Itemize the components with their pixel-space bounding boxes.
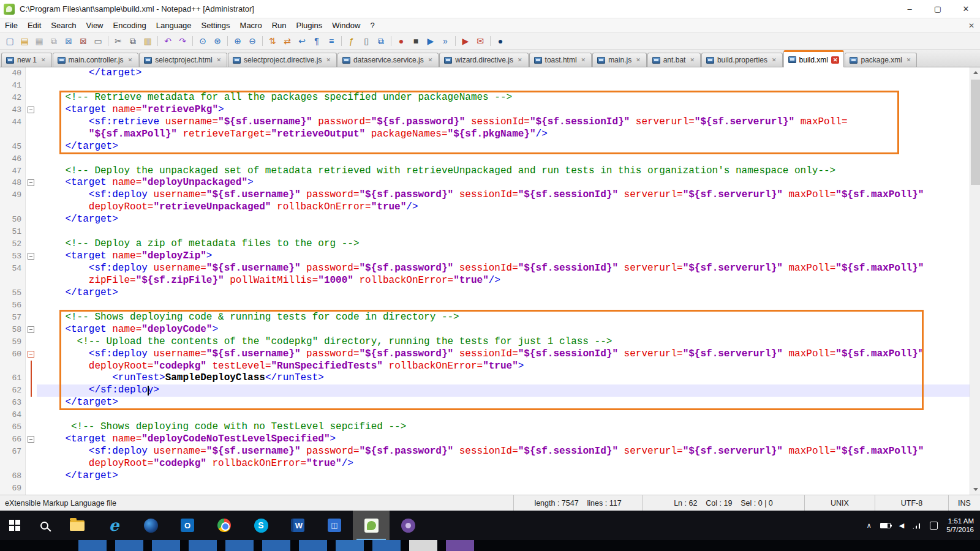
find-icon[interactable]: ⊙ xyxy=(196,34,209,48)
tab-selectproject-directive-js[interactable]: selectproject.directive.js✕ xyxy=(228,53,337,67)
tab-build-properties[interactable]: build.properties✕ xyxy=(701,53,783,67)
status-encoding[interactable]: UTF-8 xyxy=(875,495,948,511)
print-icon[interactable]: ▭ xyxy=(91,34,105,48)
menu-run[interactable]: Run xyxy=(267,18,292,32)
menu-edit[interactable]: Edit xyxy=(23,18,46,32)
code-line[interactable]: </target> xyxy=(37,287,980,299)
code-line[interactable] xyxy=(37,153,980,165)
tab-toast-html[interactable]: toast.html✕ xyxy=(529,53,592,67)
skype-icon[interactable]: S xyxy=(243,511,279,540)
taskbar-clock[interactable]: 1:51 AM 5/7/2016 xyxy=(946,517,974,534)
app-blue-icon[interactable]: ◫ xyxy=(316,511,353,540)
code-row-68[interactable]: 68 </target> xyxy=(0,470,980,482)
code-row-41[interactable]: 41 xyxy=(0,80,980,92)
code-row[interactable]: deployRoot="retrieveUnpackaged" rollback… xyxy=(0,201,980,214)
sync-vertical-scroll-icon[interactable]: ⇅ xyxy=(266,34,279,48)
code-line[interactable]: <target name="deployCode"> xyxy=(37,324,980,336)
function-list-icon[interactable]: ƒ xyxy=(345,34,358,48)
copy-icon[interactable]: ⧉ xyxy=(126,34,140,48)
code-line[interactable]: </target> xyxy=(37,141,980,153)
code-line[interactable]: <runTest>SampleDeployClass</runTest> xyxy=(37,372,980,384)
close-all-icon[interactable]: ⊠ xyxy=(77,34,90,48)
code-editor[interactable]: 40 </target>4142 <!-- Retrieve metadata … xyxy=(0,67,980,495)
code-row[interactable]: zipFile="${sf.zipFile}" pollWaitMillis="… xyxy=(0,275,980,287)
replace-icon[interactable]: ⊛ xyxy=(211,34,224,48)
save-icon[interactable]: ▦ xyxy=(32,34,46,48)
app-purple-icon[interactable] xyxy=(390,511,426,540)
code-row-53[interactable]: 53 <target name="deployZip"> xyxy=(0,250,980,263)
code-row-43[interactable]: 43 <target name="retrievePkg"> xyxy=(0,104,980,116)
new-file-icon[interactable]: ▢ xyxy=(3,34,17,48)
hidden-icons-chevron-icon[interactable]: ∧ xyxy=(867,522,872,530)
code-row-69[interactable]: 69 xyxy=(0,482,980,495)
code-line[interactable]: deployRoot="retrieveUnpackaged" rollback… xyxy=(37,201,980,214)
code-row-45[interactable]: 45 </target> xyxy=(0,141,980,153)
code-row-51[interactable]: 51 xyxy=(0,226,980,238)
menu-encoding[interactable]: Encoding xyxy=(108,18,151,32)
code-row-52[interactable]: 52 <!-- Deploy a zip of metadata files t… xyxy=(0,238,980,250)
code-row-60[interactable]: 60 <sf:deploy username="${sf.username}" … xyxy=(0,348,980,361)
menu-language[interactable]: Language xyxy=(151,18,197,32)
tab-wizard-directive-js[interactable]: wizard.directive.js✕ xyxy=(439,53,528,67)
action-center-icon[interactable] xyxy=(930,522,938,530)
close-tab-icon[interactable]: ✕ xyxy=(40,56,47,64)
code-line[interactable] xyxy=(37,409,980,421)
show-all-characters-icon[interactable]: ¶ xyxy=(310,34,323,48)
indent-guide-icon[interactable]: ≡ xyxy=(325,34,338,48)
code-row-65[interactable]: 65 <!-- Shows deploying code with no Tes… xyxy=(0,421,980,433)
minimize-button[interactable]: – xyxy=(895,0,924,18)
tab-dataservice-service-js[interactable]: dataservice.service.js✕ xyxy=(337,53,439,67)
close-tab-icon[interactable]: ✕ xyxy=(216,56,223,64)
code-row-47[interactable]: 47 <!-- Deploy the unpackaged set of met… xyxy=(0,165,980,178)
code-row-50[interactable]: 50 </target> xyxy=(0,214,980,226)
code-row-66[interactable]: 66 <target name="deployCodeNoTestLevelSp… xyxy=(0,433,980,446)
code-line[interactable]: <!-- Shows deploying code with no TestLe… xyxy=(37,421,980,433)
word-icon[interactable]: W xyxy=(279,511,316,540)
file-explorer-icon[interactable] xyxy=(59,511,96,540)
code-line[interactable]: <sf:deploy username="${sf.username}" pas… xyxy=(37,189,980,201)
code-row-62[interactable]: 62 </sf:deploy> xyxy=(0,384,980,397)
code-line[interactable]: zipFile="${sf.zipFile}" pollWaitMillis="… xyxy=(37,275,980,287)
code-row-55[interactable]: 55 </target> xyxy=(0,287,980,299)
code-line[interactable]: <!-- Upload the contents of the "codepkg… xyxy=(37,336,980,348)
cut-icon[interactable]: ✂ xyxy=(111,34,125,48)
code-row-40[interactable]: 40 </target> xyxy=(0,67,980,80)
zoom-out-icon[interactable]: ⊖ xyxy=(246,34,259,48)
status-eol-format[interactable]: UNIX xyxy=(804,495,875,511)
open-file-icon[interactable]: ▤ xyxy=(18,34,31,48)
code-row-58[interactable]: 58 <target name="deployCode"> xyxy=(0,324,980,336)
code-line[interactable]: </target> xyxy=(37,470,980,482)
code-row[interactable]: "${sf.maxPoll}" retrieveTarget="retrieve… xyxy=(0,129,980,141)
code-line[interactable]: </target> xyxy=(37,67,980,80)
code-line[interactable]: <!-- Retrieve metadata for all the packa… xyxy=(37,92,980,104)
web-preview-icon[interactable]: ● xyxy=(494,34,507,48)
code-line[interactable]: <sf:deploy username="${sf.username}" pas… xyxy=(37,348,980,361)
tab-build-xml[interactable]: build.xml✕ xyxy=(783,50,845,67)
code-row-42[interactable]: 42 <!-- Retrieve metadata for all the pa… xyxy=(0,92,980,104)
word-wrap-icon[interactable]: ↩ xyxy=(295,34,309,48)
code-line[interactable] xyxy=(37,80,980,92)
chrome-icon[interactable] xyxy=(206,511,243,540)
code-line[interactable]: <!-- Shows deploying code & running test… xyxy=(37,312,980,324)
code-row-64[interactable]: 64 xyxy=(0,409,980,421)
code-line[interactable]: <sf:deploy username="${sf.username}" pas… xyxy=(37,263,980,275)
code-row-48[interactable]: 48 <target name="deployUnpackaged"> xyxy=(0,177,980,189)
save-all-icon[interactable]: ⧉ xyxy=(47,34,61,48)
undo-icon[interactable]: ↶ xyxy=(161,34,175,48)
tab-selectproject-html[interactable]: selectproject.html✕ xyxy=(139,53,227,67)
code-line[interactable]: deployRoot="codepkg" testLevel="RunSpeci… xyxy=(37,361,980,373)
stop-macro-icon[interactable]: ■ xyxy=(409,34,423,48)
redo-icon[interactable]: ↷ xyxy=(176,34,189,48)
code-line[interactable]: <sf:retrieve username="${sf.username}" p… xyxy=(37,116,980,129)
internet-globe-icon[interactable] xyxy=(132,511,169,540)
code-line[interactable]: <!-- Deploy a zip of metadata files to t… xyxy=(37,238,980,250)
menu-view[interactable]: View xyxy=(81,18,108,32)
close-tab-icon[interactable]: ✕ xyxy=(688,56,696,64)
outlook-icon[interactable]: O xyxy=(169,511,206,540)
code-row-54[interactable]: 54 <sf:deploy username="${sf.username}" … xyxy=(0,263,980,275)
code-line[interactable]: </target> xyxy=(37,397,980,409)
code-line[interactable]: </target> xyxy=(37,214,980,226)
fold-marker-icon[interactable] xyxy=(28,107,34,113)
code-line[interactable]: "${sf.maxPoll}" retrieveTarget="retrieve… xyxy=(37,129,980,141)
edge-icon[interactable]: e xyxy=(96,511,132,540)
